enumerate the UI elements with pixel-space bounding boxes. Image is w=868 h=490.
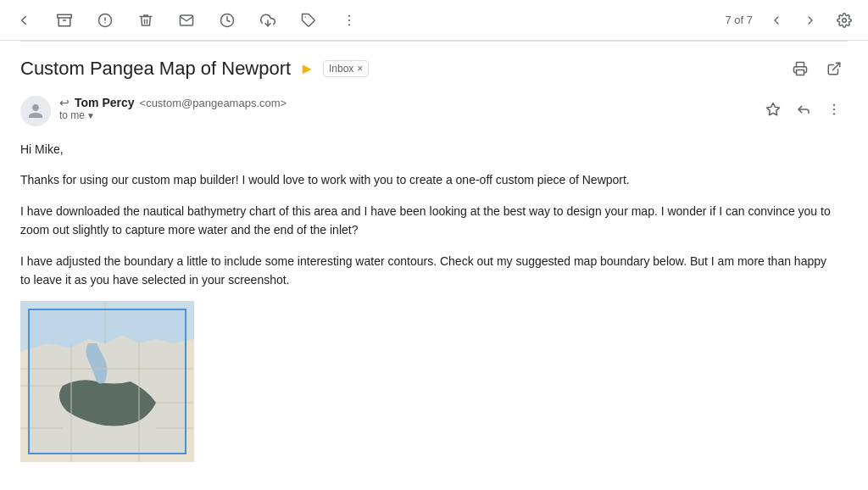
archive-button[interactable] [51, 7, 78, 34]
svg-marker-14 [767, 103, 780, 115]
svg-rect-29 [29, 309, 186, 454]
pagination-text: 7 of 7 [725, 14, 753, 26]
open-new-button[interactable] [821, 55, 848, 82]
email-button[interactable] [173, 7, 200, 34]
snooze-button[interactable] [214, 7, 241, 34]
to-me-chevron-icon: ▼ [86, 111, 95, 120]
label-button[interactable] [295, 7, 322, 34]
map-svg [20, 301, 194, 462]
toolbar: 7 of 7 [0, 0, 868, 41]
toolbar-left [10, 7, 363, 34]
email-subject: Custom Pangea Map of Newport [20, 58, 291, 80]
svg-rect-0 [58, 14, 72, 18]
subject-row: Custom Pangea Map of Newport ► Inbox × [20, 55, 848, 82]
label-close-icon[interactable]: × [357, 63, 363, 75]
svg-rect-12 [797, 70, 804, 75]
sender-info: ↩ Tom Percy <custom@pangeamaps.com> to m… [59, 96, 760, 121]
sender-row: ↩ Tom Percy <custom@pangeamaps.com> to m… [20, 96, 848, 133]
svg-line-13 [833, 63, 840, 70]
print-button[interactable] [787, 55, 814, 82]
delete-button[interactable] [132, 7, 159, 34]
prev-email-button[interactable] [763, 7, 790, 34]
to-me-text: to me [59, 109, 85, 121]
report-button[interactable] [92, 7, 119, 34]
email-top-actions [787, 55, 848, 82]
move-button[interactable] [254, 7, 281, 34]
svg-point-15 [833, 104, 835, 106]
svg-point-8 [348, 14, 350, 16]
body-para-2: I have downloaded the nautical bathymetr… [20, 202, 834, 240]
settings-button[interactable] [831, 7, 858, 34]
next-email-button[interactable] [797, 7, 824, 34]
inbox-label-text: Inbox [329, 63, 353, 75]
body-para-1: Thanks for using our custom map builder!… [20, 170, 834, 189]
svg-point-16 [833, 109, 835, 110]
email-container: Custom Pangea Map of Newport ► Inbox × [0, 42, 868, 476]
inbox-label[interactable]: Inbox × [323, 60, 369, 77]
more-actions-button[interactable] [821, 96, 848, 123]
svg-point-9 [348, 19, 350, 20]
reply-button[interactable] [790, 96, 817, 123]
svg-point-10 [348, 24, 350, 25]
sender-name: Tom Percy [75, 96, 135, 109]
body-para-3: I have adjusted the boundary a little to… [20, 252, 834, 290]
back-button[interactable] [10, 7, 37, 34]
map-image[interactable] [20, 301, 194, 462]
svg-point-11 [843, 18, 847, 22]
sender-name-row: ↩ Tom Percy <custom@pangeamaps.com> [59, 96, 760, 109]
sender-email: <custom@pangeamaps.com> [140, 97, 287, 109]
avatar [20, 96, 51, 126]
toolbar-right: 7 of 7 [721, 7, 858, 34]
sender-actions [760, 96, 848, 123]
email-body: Hi Mike, Thanks for using our custom map… [20, 140, 834, 462]
body-greeting: Hi Mike, [20, 140, 834, 159]
reply-indicator-icon: ↩ [59, 96, 70, 109]
more-button[interactable] [336, 7, 363, 34]
forward-icon: ► [299, 60, 314, 78]
to-me-row[interactable]: to me ▼ [59, 109, 760, 121]
star-button[interactable] [760, 96, 787, 123]
svg-point-17 [833, 113, 835, 114]
